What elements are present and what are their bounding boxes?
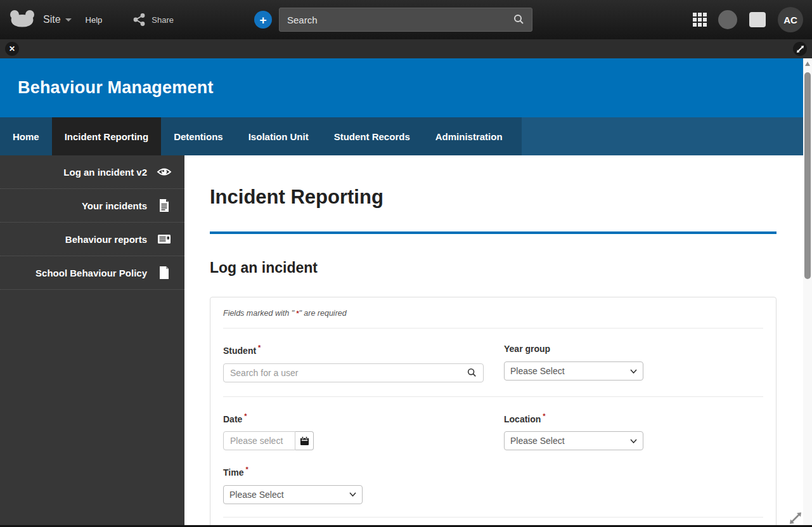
app-title: Behaviour Management	[18, 78, 214, 98]
search-icon[interactable]	[513, 14, 524, 25]
year-group-label: Year group	[504, 344, 763, 354]
app-viewport: Behaviour Management Home Incident Repor…	[0, 58, 803, 525]
sidebar-item-school-behaviour-policy[interactable]: School Behaviour Policy	[0, 256, 184, 290]
sidebar-item-label: Log an incident v2	[63, 167, 147, 178]
topbar-right-icons: AC	[693, 0, 803, 39]
tab-isolation-unit[interactable]: Isolation Unit	[236, 117, 321, 155]
monitor-icon[interactable]	[749, 11, 766, 28]
document-text-icon	[157, 198, 172, 213]
body-row: Log an incident v2 Your incidents	[0, 155, 803, 525]
search-icon[interactable]	[467, 368, 477, 378]
tab-administration[interactable]: Administration	[423, 117, 515, 155]
year-group-value: Please Select	[510, 366, 565, 376]
section-title: Log an incident	[210, 259, 777, 277]
share-icon	[132, 13, 146, 27]
student-label: Student*	[223, 344, 504, 356]
location-select[interactable]: Please Select	[504, 431, 643, 450]
page-icon	[157, 265, 172, 280]
required-asterisk: *	[244, 412, 247, 420]
location-label: Location*	[504, 412, 763, 424]
location-value: Please Select	[510, 436, 565, 446]
calendar-icon	[300, 436, 309, 446]
search-input[interactable]: Search	[279, 8, 532, 32]
main-content: Incident Reporting Log an incident Field…	[184, 155, 803, 525]
form-row-date-location: Date* Please select	[223, 407, 763, 504]
required-fields-note: Fields marked with "*" are required	[223, 309, 763, 318]
scroll-up-arrow-icon[interactable]	[805, 62, 810, 66]
sidebar-item-label: Your incidents	[82, 200, 147, 211]
frog-logo-icon[interactable]	[9, 9, 35, 30]
app-banner: Behaviour Management	[0, 58, 803, 117]
add-button[interactable]: +	[254, 11, 272, 29]
time-field: Time* Please Select	[223, 465, 504, 504]
student-search-placeholder: Search for a user	[230, 368, 298, 378]
tab-detentions[interactable]: Detentions	[161, 117, 236, 155]
expand-icon[interactable]	[793, 42, 807, 56]
page-title: Incident Reporting	[210, 186, 777, 209]
top-bar: Site Help Share + Search AC	[0, 0, 812, 39]
required-asterisk: *	[245, 465, 248, 473]
status-circle-icon[interactable]	[718, 10, 737, 29]
secondary-toolbar: ✕	[0, 39, 812, 58]
sidebar-item-label: Behaviour reports	[65, 234, 147, 245]
required-asterisk: *	[543, 412, 545, 420]
incident-form-card: Fields marked with "*" are required Stud…	[210, 297, 777, 525]
nav-menu: Home Incident Reporting Detentions Isola…	[0, 117, 522, 155]
chevron-down-icon	[349, 492, 356, 497]
form-row-student: Student* Search for a user Year group	[223, 339, 763, 382]
share-label: Share	[151, 15, 174, 25]
date-placeholder: Please select	[230, 436, 283, 446]
form-divider	[223, 517, 763, 517]
site-menu[interactable]: Site	[43, 14, 61, 25]
sidebar-item-your-incidents[interactable]: Your incidents	[0, 189, 184, 223]
date-input[interactable]: Please select	[223, 431, 295, 450]
close-icon[interactable]: ✕	[5, 42, 19, 56]
tab-student-records[interactable]: Student Records	[321, 117, 423, 155]
date-group: Please select	[223, 431, 504, 450]
form-divider	[223, 328, 763, 329]
user-avatar[interactable]: AC	[778, 7, 803, 32]
resize-cursor-icon	[789, 512, 802, 524]
chevron-down-icon	[65, 18, 72, 22]
time-value: Please Select	[229, 490, 284, 500]
sidebar-item-behaviour-reports[interactable]: Behaviour reports	[0, 223, 184, 256]
chevron-down-icon	[630, 439, 637, 443]
date-label: Date*	[223, 412, 504, 424]
search-placeholder: Search	[287, 15, 318, 25]
calendar-button[interactable]	[295, 431, 314, 450]
vertical-scrollbar[interactable]	[803, 58, 812, 525]
sidebar: Log an incident v2 Your incidents	[0, 155, 184, 525]
apps-grid-icon[interactable]	[693, 13, 707, 27]
required-asterisk: *	[258, 344, 261, 351]
help-link[interactable]: Help	[86, 15, 103, 25]
tab-home[interactable]: Home	[0, 117, 52, 155]
chevron-down-icon	[630, 369, 637, 374]
newspaper-icon	[157, 231, 172, 247]
time-select[interactable]: Please Select	[223, 485, 363, 504]
form-divider	[223, 396, 763, 397]
nav-bar: Home Incident Reporting Detentions Isola…	[0, 117, 803, 155]
scrollbar-thumb[interactable]	[804, 72, 811, 279]
student-search-input[interactable]: Search for a user	[223, 363, 484, 382]
eye-icon	[157, 164, 172, 179]
share-button[interactable]: Share	[132, 13, 174, 27]
accent-divider	[210, 231, 777, 234]
tab-incident-reporting[interactable]: Incident Reporting	[52, 117, 162, 155]
time-label: Time*	[223, 465, 504, 478]
year-group-select[interactable]: Please Select	[504, 361, 643, 381]
sidebar-item-label: School Behaviour Policy	[35, 268, 147, 278]
sidebar-item-log-incident-v2[interactable]: Log an incident v2	[0, 155, 184, 189]
